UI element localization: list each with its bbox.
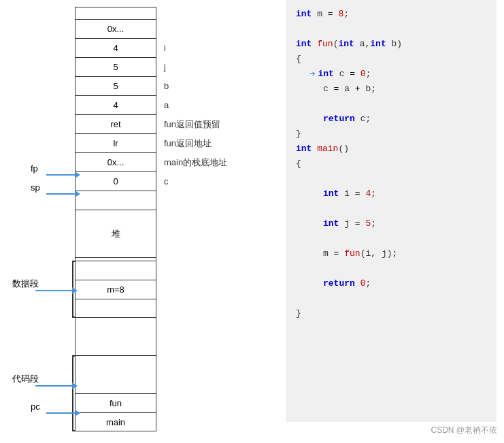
pc-arrow-line bbox=[46, 412, 75, 414]
code-cell-main: main bbox=[75, 412, 156, 431]
stack-cell-a: 4 a bbox=[75, 95, 156, 114]
code-segment-table: fun main bbox=[75, 355, 156, 431]
kw-int-8: int bbox=[323, 216, 339, 231]
cell-value-a: 4 bbox=[113, 100, 118, 110]
punct-7: ; bbox=[365, 112, 371, 127]
stack-cell-addr1: 0x... bbox=[75, 19, 156, 38]
punct-1: ; bbox=[343, 7, 349, 22]
code-line-int-j: int j = 5; bbox=[296, 216, 486, 231]
var-i: i bbox=[344, 186, 350, 201]
code-line-m-fun: m = fun(i, j); bbox=[296, 246, 486, 261]
kw-int-2: int bbox=[296, 37, 312, 52]
var-j2: j bbox=[382, 246, 387, 261]
punct-brace2: } bbox=[296, 127, 301, 142]
code-line-blank5 bbox=[296, 231, 486, 246]
code-value-main: main bbox=[106, 417, 125, 427]
kw-int-7: int bbox=[323, 186, 339, 201]
var-c: c bbox=[339, 67, 345, 82]
cell-label-lr: fun返回地址 bbox=[164, 137, 212, 150]
data-value-m: m=8 bbox=[107, 284, 124, 295]
code-line-brace1: { bbox=[296, 52, 486, 67]
punct-5: ; bbox=[366, 67, 371, 82]
code-line-blank2 bbox=[296, 97, 486, 112]
data-segment-arrow bbox=[35, 287, 78, 294]
var-m: m bbox=[317, 7, 322, 22]
stack-cell-c: 0 c bbox=[75, 171, 156, 191]
num-5: 5 bbox=[365, 216, 371, 231]
stack-cell-i: 4 i bbox=[75, 38, 156, 57]
cell-label-j: j bbox=[164, 62, 166, 72]
code-line-brace4: } bbox=[296, 306, 486, 321]
cell-value-heap: 堆 bbox=[112, 228, 120, 240]
fp-arrow bbox=[46, 171, 80, 178]
stack-cell-j: 5 j bbox=[75, 57, 156, 76]
cell-value-c: 0 bbox=[113, 176, 118, 186]
cell-value-ret: ret bbox=[110, 119, 120, 129]
fp-arrow-head bbox=[75, 171, 80, 178]
punct-8: () bbox=[338, 142, 349, 157]
var-b2: b bbox=[365, 82, 371, 97]
var-c3: c bbox=[360, 112, 366, 127]
code-line-brace3: { bbox=[296, 157, 486, 171]
cell-value-i: 4 bbox=[113, 43, 118, 53]
punct-4: ) bbox=[397, 37, 402, 52]
cell-label-b: b bbox=[164, 81, 169, 91]
cell-label-c: c bbox=[164, 176, 169, 186]
stack-cell-top-empty bbox=[75, 7, 156, 19]
pc-label: pc bbox=[31, 401, 40, 412]
data-cell-top bbox=[75, 261, 156, 280]
cell-label-ret: fun返回值预留 bbox=[164, 118, 220, 131]
kw-int-5: int bbox=[318, 67, 333, 82]
stack-cell-heap: 堆 bbox=[75, 210, 156, 257]
stack-cell-empty2 bbox=[75, 191, 156, 210]
kw-int-4: int bbox=[370, 37, 386, 52]
code-line-blank6 bbox=[296, 261, 486, 276]
code-cell-top bbox=[75, 355, 156, 393]
code-line-int-i: int i = 4; bbox=[296, 186, 486, 201]
var-j: j bbox=[344, 216, 350, 231]
kw-int-3: int bbox=[338, 37, 354, 52]
code-panel: int m = 8; int fun(int a,int b) { int c … bbox=[286, 0, 497, 422]
cell-value-j: 5 bbox=[113, 62, 118, 72]
code-line-blank3 bbox=[296, 171, 486, 186]
data-cell-bottom bbox=[75, 299, 156, 318]
num-8: 8 bbox=[338, 7, 343, 22]
var-a: a bbox=[360, 37, 365, 52]
code-line-blank1 bbox=[296, 22, 486, 37]
kw-int-6: int bbox=[296, 142, 312, 157]
memory-diagram: 0x... 4 i 5 j 5 b 4 a ret fun返回值预留 lr bbox=[0, 0, 272, 443]
code-line-main-decl: int main() bbox=[296, 142, 486, 157]
punct-9: ; bbox=[371, 186, 376, 201]
code-line-c-eq: c = a + b; bbox=[296, 82, 486, 97]
punct-13: ); bbox=[387, 246, 398, 261]
code-segment-arrow-line bbox=[35, 385, 72, 387]
code-line-1: int m = 8; bbox=[296, 7, 486, 22]
code-line-return-0: return 0; bbox=[296, 276, 486, 291]
kw-int-1: int bbox=[296, 7, 312, 22]
var-b: b bbox=[392, 37, 397, 52]
sp-arrow-line bbox=[46, 193, 75, 195]
fn-fun: fun bbox=[317, 37, 333, 52]
cell-value: 0x... bbox=[107, 24, 124, 34]
code-line-brace2: } bbox=[296, 127, 486, 142]
var-a2: a bbox=[344, 82, 350, 97]
code-segment-arrow-head bbox=[72, 382, 78, 389]
stack-cell-lr: lr fun返回地址 bbox=[75, 133, 156, 152]
sp-arrow-head bbox=[75, 191, 80, 197]
punct-brace1: { bbox=[296, 52, 301, 67]
code-value-fun: fun bbox=[110, 398, 122, 408]
fp-arrow-line bbox=[46, 174, 75, 176]
fp-label: fp bbox=[31, 163, 38, 174]
punct-6: ; bbox=[371, 82, 376, 97]
code-line-return-c: return c; bbox=[296, 112, 486, 127]
code-segment-arrow bbox=[35, 382, 78, 389]
data-segment-table: m=8 bbox=[75, 261, 156, 318]
stack-table: 0x... 4 i 5 j 5 b 4 a ret fun返回值预留 lr bbox=[75, 7, 156, 276]
cell-value-b: 5 bbox=[113, 81, 118, 91]
code-cell-fun: fun bbox=[75, 393, 156, 412]
stack-cell-ret: ret fun返回值预留 bbox=[75, 114, 156, 133]
cell-label-i: i bbox=[164, 43, 166, 53]
data-segment-arrow-line bbox=[35, 290, 72, 291]
watermark: CSDN @老衲不依 bbox=[431, 425, 497, 436]
pc-arrow-head bbox=[75, 410, 80, 416]
